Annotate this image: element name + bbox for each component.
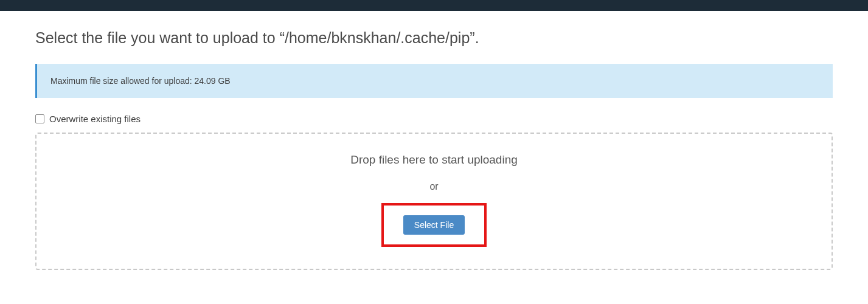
- top-bar: [0, 0, 868, 11]
- select-file-button[interactable]: Select File: [403, 215, 465, 235]
- overwrite-checkbox[interactable]: [35, 114, 44, 123]
- page-title: Select the file you want to upload to “/…: [35, 29, 833, 47]
- drop-instruction-text: Drop files here to start uploading: [49, 153, 819, 167]
- select-file-highlight: Select File: [381, 203, 487, 247]
- max-file-size-text: Maximum file size allowed for upload: 24…: [50, 76, 231, 86]
- overwrite-label: Overwrite existing files: [49, 114, 141, 124]
- overwrite-checkbox-row[interactable]: Overwrite existing files: [35, 114, 833, 124]
- main-content: Select the file you want to upload to “/…: [0, 11, 868, 282]
- file-dropzone[interactable]: Drop files here to start uploading or Se…: [35, 133, 833, 270]
- info-banner: Maximum file size allowed for upload: 24…: [35, 64, 833, 98]
- or-separator-text: or: [49, 181, 819, 192]
